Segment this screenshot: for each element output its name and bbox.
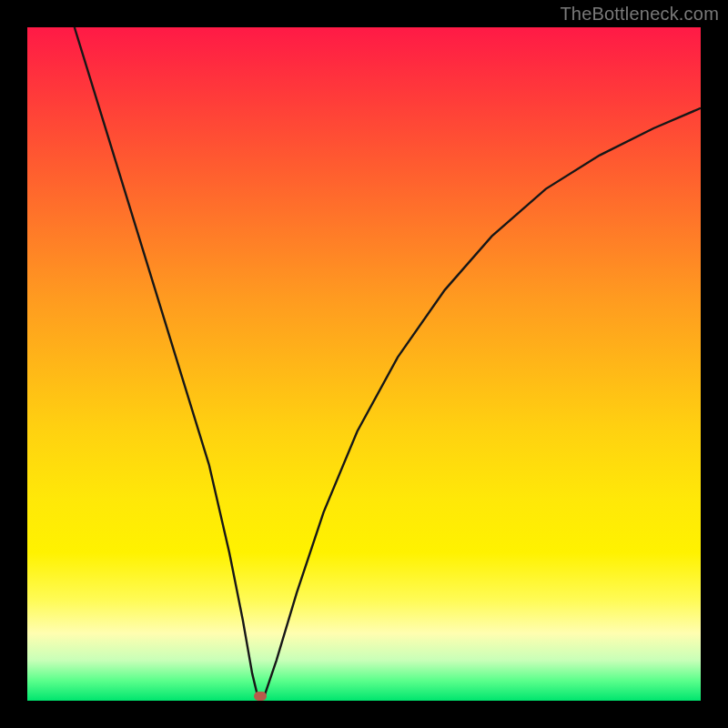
watermark-text: TheBottleneck.com	[560, 4, 719, 25]
plot-area	[27, 27, 701, 701]
bottleneck-curve	[75, 27, 701, 696]
optimum-marker	[254, 692, 267, 701]
curve-svg	[27, 27, 701, 701]
chart-frame: TheBottleneck.com	[0, 0, 728, 728]
